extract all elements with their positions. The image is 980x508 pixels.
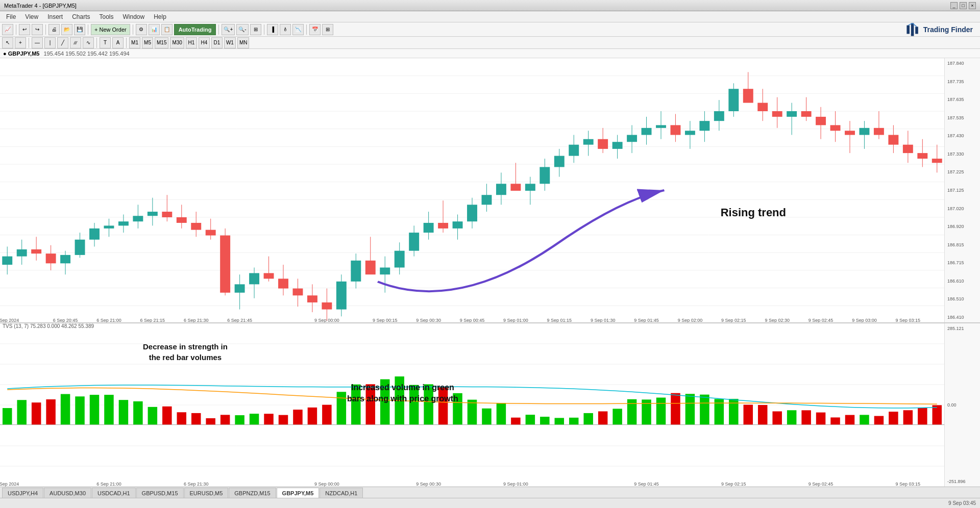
maximize-button[interactable]: □: [960, 2, 967, 9]
open-button[interactable]: 📂: [61, 24, 72, 35]
title-bar: MetaTrader 4 - [GBPJPY,M5] _ □ ×: [0, 0, 980, 11]
price-scale: 187.840 187.735 187.635 187.535 187.430 …: [944, 58, 980, 322]
period-separators-button[interactable]: M1: [129, 37, 140, 48]
hline-button[interactable]: —: [32, 37, 43, 48]
undo-button[interactable]: ↩: [19, 24, 30, 35]
candle-button[interactable]: 🕯: [280, 24, 291, 35]
save-button[interactable]: 💾: [74, 24, 85, 35]
channel-button[interactable]: ⫻: [70, 37, 81, 48]
expert-button[interactable]: ⚙: [136, 24, 147, 35]
redo-button[interactable]: ↪: [32, 24, 43, 35]
indicator-label: TVS (13, 7) 75.283 0.000 48.262 55.389: [3, 323, 94, 329]
main-toolbar: 📈 ↩ ↪ 🖨 📂 💾 + New Order ⚙ 📊 📋 AutoTradin…: [0, 22, 980, 37]
tab-eurusd-m5[interactable]: EURUSD,M5: [184, 488, 229, 498]
tab-usdjpy-h4[interactable]: USDJPY,H4: [2, 488, 43, 498]
crosshair-button[interactable]: +: [15, 37, 26, 48]
status-time: 9 Sep 03:45: [948, 500, 976, 506]
tab-gbpusd-m15[interactable]: GBPUSD,M15: [136, 488, 184, 498]
price-level: 186.815: [947, 242, 977, 247]
svg-rect-1: [911, 23, 914, 36]
label-button[interactable]: A: [112, 37, 124, 48]
mn-btn[interactable]: MN: [237, 37, 250, 48]
menu-insert[interactable]: Insert: [43, 12, 67, 21]
menu-help[interactable]: Help: [150, 12, 170, 21]
chart-main-area: 187.840 187.735 187.635 187.535 187.430 …: [0, 58, 980, 487]
separator: [45, 24, 46, 35]
menu-tools[interactable]: Tools: [95, 12, 118, 21]
tab-nzdcad-h1[interactable]: NZDCAD,H1: [320, 488, 363, 498]
separator: [133, 24, 133, 35]
fib-button[interactable]: ∿: [83, 37, 94, 48]
close-button[interactable]: ×: [969, 2, 976, 9]
tab-gbpnzd-m15[interactable]: GBPNZD,M15: [229, 488, 276, 498]
indicator-level: 0.00: [947, 402, 977, 408]
indicator-panel[interactable]: TVS (13, 7) 75.283 0.000 48.262 55.389 2…: [0, 323, 980, 487]
separator: [88, 24, 88, 35]
price-chart[interactable]: 187.840 187.735 187.635 187.535 187.430 …: [0, 58, 980, 323]
tab-usdcad-h1[interactable]: USDCAD,H1: [92, 488, 136, 498]
menu-window[interactable]: Window: [119, 12, 149, 21]
w1-btn[interactable]: W1: [224, 37, 236, 48]
m15-btn[interactable]: M15: [155, 37, 168, 48]
line-chart-button[interactable]: 📉: [292, 24, 304, 35]
indicator-scale: 285.121 0.00 -251.896: [944, 323, 980, 487]
price-level: 186.610: [947, 278, 977, 284]
m5-btn[interactable]: M5: [142, 37, 153, 48]
h1-btn[interactable]: H1: [186, 37, 197, 48]
price-level: 187.125: [947, 188, 977, 193]
separator: [264, 24, 264, 35]
indicator-level: 285.121: [947, 326, 977, 331]
price-level: 187.735: [947, 79, 977, 84]
separator: [16, 24, 16, 35]
drawing-toolbar: ↖ + — | ╱ ⫻ ∿ T A M1 M5 M15 M30 H1 H4 D1…: [0, 37, 980, 49]
grid-button[interactable]: ⊞: [322, 24, 333, 35]
menu-bar: File View Insert Charts Tools Window Hel…: [0, 11, 980, 22]
bar-chart-button[interactable]: ▐: [267, 24, 278, 35]
trading-finder-icon: [906, 22, 920, 37]
menu-charts[interactable]: Charts: [68, 12, 94, 21]
vline-button[interactable]: |: [44, 37, 56, 48]
price-level: 187.535: [947, 115, 977, 120]
period-button[interactable]: 📅: [309, 24, 321, 35]
indicator-canvas: [0, 323, 944, 487]
indicator-level: -251.896: [947, 479, 977, 484]
tab-gbpjpy-m5[interactable]: GBPJPY,M5: [277, 488, 320, 498]
trading-finder-label: Trading Finder: [923, 26, 973, 34]
indicator-button[interactable]: 📊: [149, 24, 160, 35]
zoom-out-button[interactable]: 🔍-: [236, 24, 248, 35]
fit-button[interactable]: ⊞: [250, 24, 261, 35]
indicator-info-bar: TVS (13, 7) 75.283 0.000 48.262 55.389: [0, 323, 96, 332]
trading-finder-logo: Trading Finder: [906, 22, 978, 37]
price-level: 186.510: [947, 296, 977, 301]
separator: [29, 38, 29, 48]
menu-view[interactable]: View: [21, 12, 42, 21]
separator: [126, 38, 127, 48]
trendline-button[interactable]: ╱: [57, 37, 68, 48]
price-level: 187.430: [947, 133, 977, 138]
candle-canvas: [0, 58, 944, 323]
chart-info-bar: ● GBPJPY,M5 195.454 195.502 195.442 195.…: [0, 49, 980, 58]
print-button[interactable]: 🖨: [48, 24, 60, 35]
svg-rect-2: [915, 27, 918, 34]
window-title: MetaTrader 4 - [GBPJPY,M5]: [4, 3, 77, 9]
tab-audusd-m30[interactable]: AUDUSD,M30: [44, 488, 91, 498]
separator: [218, 24, 219, 35]
price-level: 187.840: [947, 61, 977, 66]
chart-tab-bar: USDJPY,H4 AUDUSD,M30 USDCAD,H1 GBPUSD,M1…: [0, 487, 980, 498]
menu-file[interactable]: File: [2, 12, 20, 21]
separator: [306, 24, 307, 35]
price-level: 187.225: [947, 169, 977, 174]
zoom-in-button[interactable]: 🔍+: [222, 24, 235, 35]
cursor-button[interactable]: ↖: [2, 37, 13, 48]
d1-btn[interactable]: D1: [211, 37, 223, 48]
m30-btn[interactable]: M30: [170, 37, 184, 48]
text-button[interactable]: T: [100, 37, 111, 48]
price-level: 186.920: [947, 224, 977, 229]
minimize-button[interactable]: _: [950, 2, 958, 9]
new-chart-button[interactable]: 📈: [2, 24, 13, 35]
new-order-button[interactable]: + New Order: [91, 24, 130, 35]
script-button[interactable]: 📋: [161, 24, 173, 35]
price-level: 187.020: [947, 206, 977, 211]
auto-trading-button[interactable]: AutoTrading: [174, 24, 216, 35]
h4-btn[interactable]: H4: [199, 37, 210, 48]
